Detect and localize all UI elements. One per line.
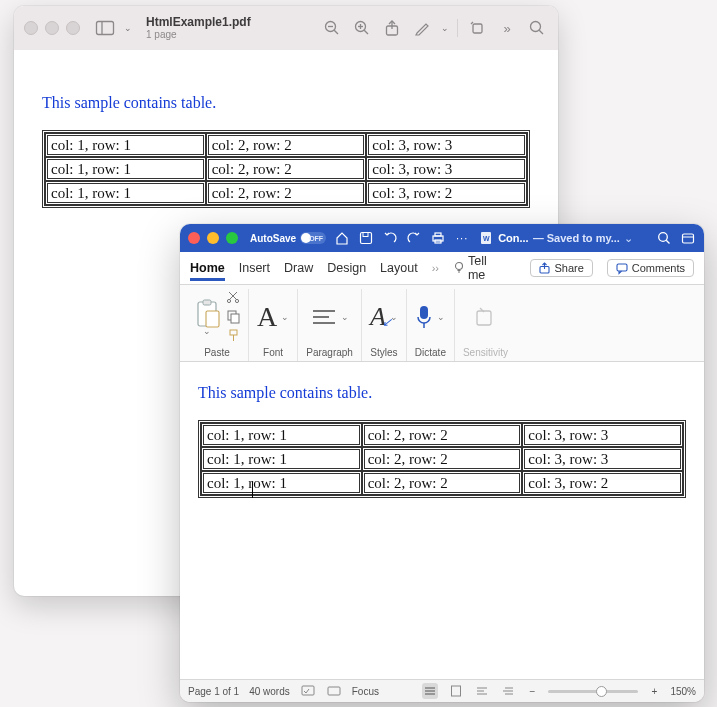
table-cell: col: 2, row: 2 xyxy=(206,133,367,157)
table-cell[interactable]: col: 3, row: 3 xyxy=(522,423,683,447)
outline-view-icon[interactable] xyxy=(500,683,516,699)
microphone-icon xyxy=(415,304,433,330)
word-heading: This sample contains table. xyxy=(198,384,686,402)
table-row: col: 1, row: 1 col: 2, row: 2 col: 3, ro… xyxy=(45,181,527,205)
styles-button[interactable]: A↙ ⌄ xyxy=(370,289,398,345)
web-layout-icon[interactable] xyxy=(474,683,490,699)
font-controls[interactable]: A ⌄ xyxy=(257,289,289,345)
window-traffic-lights xyxy=(188,232,238,244)
overflow-icon[interactable]: » xyxy=(496,17,518,39)
ribbon-group-label: Font xyxy=(263,347,283,358)
paragraph-controls[interactable]: ⌄ xyxy=(311,289,349,345)
table-cell[interactable]: col: 2, row: 2 xyxy=(362,471,523,495)
svg-line-3 xyxy=(334,30,338,34)
ribbon-group-label: Styles xyxy=(370,347,397,358)
ribbon: ⌄ Paste A ⌄ Font ⌄ Paragraph xyxy=(180,285,704,362)
ribbon-group-label: Dictate xyxy=(415,347,446,358)
label-tag-icon xyxy=(474,305,496,329)
zoom-in-icon[interactable] xyxy=(351,17,373,39)
cut-icon[interactable] xyxy=(226,289,240,305)
tab-design[interactable]: Design xyxy=(327,255,366,281)
read-mode-icon[interactable] xyxy=(422,683,438,699)
more-dots-icon[interactable]: ··· xyxy=(454,230,470,246)
zoom-out-icon[interactable] xyxy=(321,17,343,39)
comments-button[interactable]: Comments xyxy=(607,259,694,277)
svg-line-22 xyxy=(666,240,669,243)
save-location: — Saved to my... xyxy=(533,232,620,244)
table-cell[interactable]: col: 2, row: 2 xyxy=(362,423,523,447)
svg-line-6 xyxy=(364,30,368,34)
markup-icon[interactable] xyxy=(411,17,433,39)
rotate-icon[interactable] xyxy=(466,17,488,39)
table-cell[interactable]: col: 2, row: 2 xyxy=(362,447,523,471)
status-page[interactable]: Page 1 of 1 xyxy=(188,686,239,697)
undo-icon[interactable] xyxy=(382,230,398,246)
table-cell[interactable]: col: 1, row: 1 xyxy=(201,447,362,471)
table-cell: col: 1, row: 1 xyxy=(45,181,206,205)
pdf-titlebar: ⌄ HtmlExample1.pdf 1 page ⌄ » xyxy=(14,6,558,50)
tab-home[interactable]: Home xyxy=(190,255,225,281)
word-titlebar: AutoSave OFF ··· W Con... — Saved to my.… xyxy=(180,224,704,252)
svg-rect-17 xyxy=(435,233,441,236)
chevron-down-icon[interactable]: ⌄ xyxy=(124,23,132,33)
fullscreen-dot[interactable] xyxy=(66,21,80,35)
word-document-body[interactable]: This sample contains table. col: 1, row:… xyxy=(180,362,704,679)
format-painter-icon[interactable] xyxy=(226,329,240,345)
table-cell[interactable]: col: 3, row: 2 xyxy=(522,471,683,495)
markup-chevron-icon[interactable]: ⌄ xyxy=(441,23,449,33)
table-cell[interactable]: col: 1, row: 1 xyxy=(201,471,362,495)
tab-draw[interactable]: Draw xyxy=(284,255,313,281)
svg-rect-47 xyxy=(477,311,491,325)
svg-rect-30 xyxy=(617,264,627,271)
zoom-value[interactable]: 150% xyxy=(670,686,696,697)
spellcheck-icon[interactable] xyxy=(300,683,316,699)
focus-button[interactable]: Focus xyxy=(352,686,379,697)
clipboard-icon xyxy=(194,299,220,329)
minimize-dot[interactable] xyxy=(207,232,219,244)
zoom-slider[interactable] xyxy=(548,690,638,693)
svg-rect-39 xyxy=(231,314,239,323)
zoom-in-button[interactable]: + xyxy=(648,686,660,697)
paste-button[interactable]: ⌄ xyxy=(194,299,220,336)
search-icon[interactable] xyxy=(526,17,548,39)
autosave-toggle[interactable]: AutoSave OFF xyxy=(250,232,326,244)
svg-point-37 xyxy=(235,299,238,302)
ribbon-group-clipboard: ⌄ Paste xyxy=(186,289,249,361)
tab-tellme[interactable]: Tell me xyxy=(468,248,503,288)
ribbon-group-dictate: ⌄ Dictate xyxy=(407,289,455,361)
title-chevron-icon[interactable]: ⌄ xyxy=(624,232,633,245)
table-cell: col: 3, row: 3 xyxy=(366,157,527,181)
minimize-dot[interactable] xyxy=(45,21,59,35)
redo-icon[interactable] xyxy=(406,230,422,246)
titlebar-search-icon[interactable] xyxy=(656,230,672,246)
share-icon[interactable] xyxy=(381,17,403,39)
home-icon[interactable] xyxy=(334,230,350,246)
print-layout-icon[interactable] xyxy=(448,683,464,699)
ribbon-tabs: Home Insert Draw Design Layout ›› Tell m… xyxy=(180,252,704,285)
tab-layout[interactable]: Layout xyxy=(380,255,418,281)
display-settings-icon[interactable] xyxy=(326,683,342,699)
save-icon[interactable] xyxy=(358,230,374,246)
tab-insert[interactable]: Insert xyxy=(239,255,270,281)
svg-rect-33 xyxy=(206,311,219,327)
zoom-out-button[interactable]: − xyxy=(526,686,538,697)
ribbon-group-label: Sensitivity xyxy=(463,347,508,358)
status-words[interactable]: 40 words xyxy=(249,686,290,697)
word-table[interactable]: col: 1, row: 1 col: 2, row: 2 col: 3, ro… xyxy=(198,420,686,498)
table-row: col: 1, row: 1 col: 2, row: 2 col: 3, ro… xyxy=(45,133,527,157)
fullscreen-dot[interactable] xyxy=(226,232,238,244)
dictate-button[interactable]: ⌄ xyxy=(415,289,445,345)
sidebar-toggle-icon[interactable] xyxy=(94,17,116,39)
word-title: W Con... — Saved to my... ⌄ xyxy=(478,230,648,246)
svg-rect-50 xyxy=(328,687,340,695)
zoom-slider-knob[interactable] xyxy=(596,686,607,697)
tabs-overflow-icon[interactable]: ›› xyxy=(432,262,439,274)
ribbon-toggle-icon[interactable] xyxy=(680,230,696,246)
print-icon[interactable] xyxy=(430,230,446,246)
copy-icon[interactable] xyxy=(226,309,240,325)
table-cell[interactable]: col: 3, row: 3 xyxy=(522,447,683,471)
table-cell[interactable]: col: 1, row: 1 xyxy=(201,423,362,447)
share-button[interactable]: Share xyxy=(530,259,592,277)
close-dot[interactable] xyxy=(24,21,38,35)
close-dot[interactable] xyxy=(188,232,200,244)
